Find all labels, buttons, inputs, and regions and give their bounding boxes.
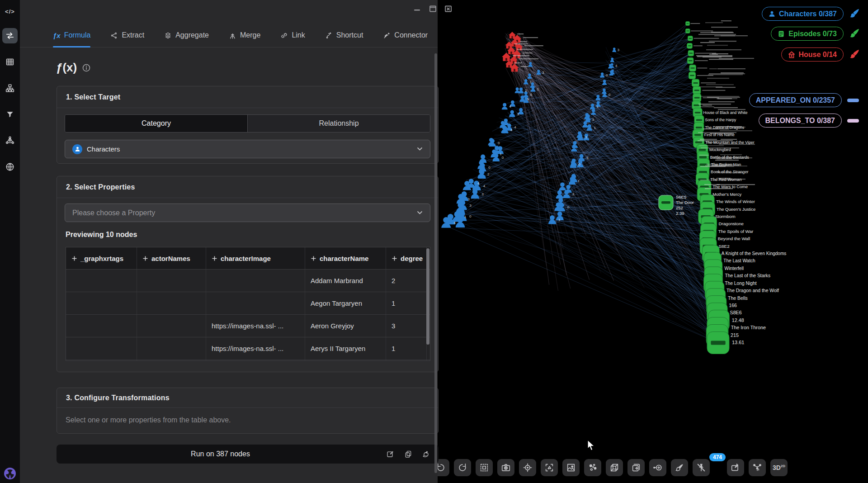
tab-label: Merge <box>240 31 260 39</box>
tool-cluster[interactable] <box>584 459 601 476</box>
legend-pill-person[interactable]: Characters 0/387 <box>762 7 844 21</box>
tool-path-motion[interactable] <box>749 459 766 476</box>
column-header-characterName[interactable]: characterName <box>305 247 386 269</box>
tab-link[interactable]: Link <box>280 24 305 47</box>
run-action-icons <box>386 450 430 458</box>
table-cell: 1 <box>386 337 427 360</box>
relationship-style-swatch[interactable] <box>847 119 859 123</box>
svg-text:4: 4 <box>615 64 618 68</box>
svg-text:3: 3 <box>481 192 484 196</box>
svg-text:3: 3 <box>592 118 594 122</box>
svg-text:0: 0 <box>502 156 504 160</box>
table-cell <box>137 337 206 360</box>
panel-scrollbar[interactable] <box>434 53 437 473</box>
segment-category[interactable]: Category <box>65 115 247 132</box>
rail-globe-icon[interactable] <box>2 159 18 175</box>
svg-text:0: 0 <box>498 141 500 145</box>
tab-extract[interactable]: Extract <box>110 24 144 47</box>
svg-text:215: 215 <box>731 332 739 338</box>
paintbrush-icon[interactable] <box>849 8 860 21</box>
configure-transformations-card: 3. Configure Transformations Select one … <box>57 388 439 434</box>
rail-transform-icon[interactable] <box>2 28 18 43</box>
tool-expand-node[interactable] <box>649 459 666 476</box>
tool-cube-3d[interactable] <box>606 459 623 476</box>
table-cell <box>137 315 206 337</box>
tool-undo[interactable] <box>438 459 449 476</box>
panel-tab-bar: ƒxFormulaExtractAggregateMergeLinkShortc… <box>20 24 438 47</box>
rail-data-table-icon[interactable] <box>2 54 18 70</box>
column-header-characterImage[interactable]: characterImage <box>206 247 305 269</box>
tool-fit-selection[interactable] <box>541 459 558 476</box>
tab-shortcut[interactable]: Shortcut <box>325 24 363 47</box>
svg-text:4: 4 <box>483 184 486 188</box>
table-body: Addam Marbrand2Aegon Targaryen1https://i… <box>66 269 430 361</box>
table-scrollbar[interactable] <box>426 248 429 345</box>
column-header-_graphxrtags[interactable]: _graphxrtags <box>66 247 137 269</box>
edit-icon[interactable] <box>386 450 394 458</box>
rail-code-icon[interactable]: </> <box>2 4 18 19</box>
column-header-degree[interactable]: degree <box>386 247 427 269</box>
svg-text:1: 1 <box>529 80 532 84</box>
legend-pill-house[interactable]: House 0/14 <box>781 47 844 62</box>
table-row[interactable]: https://images-na.ssl- ...Aerys II Targa… <box>66 337 430 360</box>
tool-redo[interactable] <box>454 459 471 476</box>
rail-network-layout-icon[interactable] <box>2 133 18 148</box>
book-icon <box>778 30 785 38</box>
legend-pill-book[interactable]: Episodes 0/73 <box>771 27 844 41</box>
copy-icon[interactable] <box>404 450 412 458</box>
table-cell <box>137 360 206 361</box>
property-dropdown[interactable]: Please choose a Property <box>65 204 430 222</box>
svg-text:S8E6: S8E6 <box>730 310 742 315</box>
tab-label: Link <box>292 31 305 39</box>
info-icon[interactable] <box>82 64 90 72</box>
broom-icon[interactable] <box>422 450 430 458</box>
svg-text:3: 3 <box>527 97 529 101</box>
graph-canvas[interactable]: 4103334420010443430211310310331310043Hou… <box>438 0 868 483</box>
table-row[interactable] <box>66 360 430 361</box>
table-cell <box>206 292 305 314</box>
legend-pill-relationship[interactable]: BELONGS_TO 0/387 <box>759 114 842 128</box>
svg-text:3: 3 <box>586 156 589 160</box>
graph-svg: 4103334420010443430211310310331310043Hou… <box>438 0 868 483</box>
tool-paintbrush[interactable] <box>671 459 688 476</box>
svg-text:1: 1 <box>464 215 467 219</box>
segment-relationship[interactable]: Relationship <box>247 115 430 132</box>
chevron-down-icon <box>417 211 423 215</box>
tab-label: Aggregate <box>175 31 209 39</box>
legend-pill-relationship[interactable]: APPEARED_ON 0/2357 <box>749 93 842 107</box>
tool-add-frame[interactable] <box>627 459 645 476</box>
close-button[interactable] <box>444 5 452 13</box>
run-button[interactable]: Run on 387 nodes <box>57 445 439 464</box>
minimize-button[interactable] <box>413 5 421 13</box>
tab-aggregate[interactable]: Aggregate <box>164 24 209 47</box>
paintbrush-icon[interactable] <box>849 49 860 62</box>
table-row[interactable]: Addam Marbrand2 <box>66 269 430 292</box>
tool-image-export[interactable] <box>562 459 580 476</box>
tool-pin-off[interactable] <box>693 459 710 476</box>
column-header-actorNames[interactable]: actorNames <box>137 247 206 269</box>
tool-annotate[interactable] <box>727 459 744 476</box>
table-row[interactable]: Aegon Targaryen1 <box>66 292 430 314</box>
table-row[interactable]: https://images-na.ssl- ...Aeron Greyjoy3 <box>66 314 430 337</box>
tool-3d-2d-toggle[interactable]: 3D2D <box>770 459 788 476</box>
relationship-style-swatch[interactable] <box>847 99 859 102</box>
svg-text:4: 4 <box>509 104 511 109</box>
target-category-dropdown[interactable]: Characters <box>65 140 430 158</box>
tab-merge[interactable]: Merge <box>229 24 260 47</box>
rail-hierarchy-icon[interactable] <box>2 80 18 96</box>
table-cell <box>206 270 305 292</box>
tool-center-view[interactable] <box>519 459 536 476</box>
tool-select-all[interactable] <box>476 459 493 476</box>
rail-filter-icon[interactable] <box>2 107 18 122</box>
maximize-button[interactable] <box>429 5 437 13</box>
table-cell: https://images-na.ssl- ... <box>206 315 305 337</box>
svg-text:The Queen's Justice: The Queen's Justice <box>717 207 755 212</box>
tab-connector[interactable]: Connector <box>383 24 428 47</box>
table-cell: Aerys II Targaryen <box>305 337 386 360</box>
table-cell: 2 <box>386 270 427 292</box>
tool-screenshot[interactable] <box>497 459 514 476</box>
tab-formula[interactable]: ƒxFormula <box>53 24 90 47</box>
svg-text:2.39: 2.39 <box>676 211 684 216</box>
select-properties-title: 2. Select Properties <box>57 176 438 198</box>
paintbrush-icon[interactable] <box>849 28 860 41</box>
